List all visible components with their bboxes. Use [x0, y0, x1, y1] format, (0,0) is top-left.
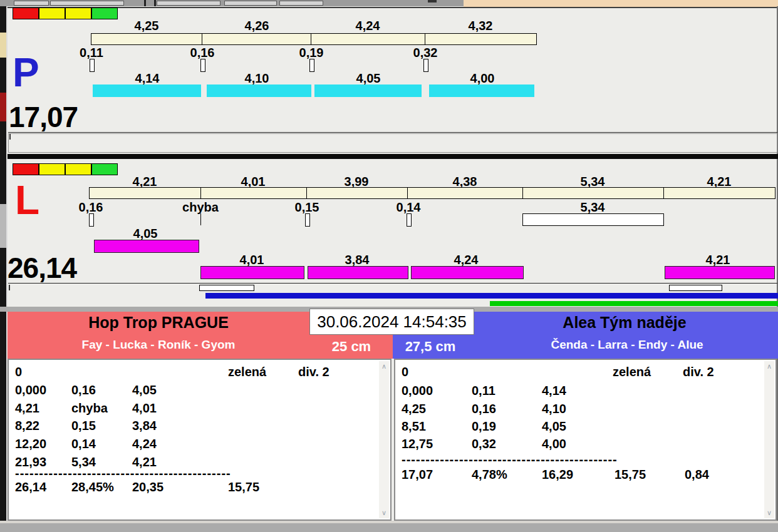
top-strip-segment — [279, 1, 323, 6]
team-left-members: Fay - Lucka - Roník - Gyom — [82, 338, 236, 352]
left-edge-fragment-red — [0, 93, 6, 121]
status-light-yellow2 — [65, 163, 91, 175]
reaction-tick-marker — [89, 213, 94, 227]
team-right-hurdle-height: 27,5 cm — [405, 339, 456, 355]
lane-p-letter: P — [13, 53, 39, 93]
team-right-name: Alea Tým naděje — [563, 314, 686, 332]
rerun-time-label: 5,34 — [581, 200, 605, 215]
table-cell: 0,000 — [402, 384, 433, 398]
left-edge-fragment-gray — [0, 204, 6, 248]
split-bar-segment — [425, 33, 537, 45]
left-table-scrollbar[interactable]: ∧ ∨ — [379, 361, 389, 518]
dog-time-bar — [411, 266, 524, 279]
results-table-right: 0 zelená div. 2 0,000 0,11 4,14 4,25 0,1… — [394, 359, 777, 521]
status-text: zelená — [228, 365, 266, 379]
total-reference: 15,75 — [228, 480, 259, 494]
table-cell: 12,20 — [15, 437, 46, 451]
top-strip-segment — [224, 1, 277, 6]
strip-tick — [9, 285, 10, 290]
dog-time-bar — [308, 266, 408, 279]
table-cell: 4,10 — [542, 402, 566, 416]
scroll-down-icon[interactable]: ∨ — [764, 509, 774, 517]
reaction-tick-marker — [305, 213, 310, 227]
reaction-time-label: 0,32 — [413, 46, 438, 60]
fault-label: chyba — [182, 200, 219, 215]
table-cell: 0,14 — [71, 437, 96, 451]
division-text: div. 2 — [683, 365, 714, 379]
lane-l-total-time: 26,14 — [8, 253, 76, 283]
split-time-label: 4,32 — [469, 19, 493, 33]
split-bar-segment — [306, 187, 408, 199]
table-cell: 0,32 — [472, 437, 496, 451]
fault-tick-line — [200, 213, 201, 225]
reaction-tick-marker — [423, 59, 428, 72]
top-right-strip — [464, 0, 778, 7]
table-cell: 4,14 — [542, 384, 566, 398]
reaction-tick-marker — [90, 59, 95, 72]
table-cell: 4,05 — [132, 383, 157, 397]
reaction-time-label: 0,11 — [80, 46, 103, 60]
left-edge-fragment-tan — [0, 33, 6, 58]
total-net-time: 20,35 — [132, 480, 163, 494]
dog-time-label: 4,21 — [706, 253, 730, 267]
total-difference: 0,84 — [685, 468, 709, 482]
progress-marker-bar — [669, 285, 722, 291]
scroll-down-icon[interactable]: ∨ — [379, 509, 389, 517]
reaction-tick-marker — [407, 213, 412, 227]
split-bar-segment — [407, 187, 523, 199]
status-light-green — [91, 8, 118, 19]
table-cell: 4,21 — [15, 401, 39, 416]
table-cell: 0,16 — [472, 402, 496, 416]
run-number: 0 — [402, 365, 408, 379]
status-light-red — [13, 8, 39, 19]
table-cell: chyba — [71, 401, 108, 416]
split-time-label: 4,24 — [356, 19, 380, 33]
split-bar-segment — [200, 187, 307, 199]
top-strip-tick — [144, 0, 146, 6]
team-right-members: Čenda - Larra - Endy - Alue — [551, 338, 703, 352]
table-cell: 0,000 — [15, 383, 46, 397]
lane-p-total-time: 17,07 — [9, 102, 78, 132]
lane-l-letter: L — [15, 180, 39, 220]
table-cell: 4,24 — [132, 437, 157, 451]
status-text: zelená — [613, 365, 651, 379]
status-light-yellow2 — [65, 8, 91, 19]
results-table-left: 0 zelená div. 2 0,000 0,16 4,05 4,21 chy… — [8, 359, 392, 521]
total-reference: 15,75 — [615, 468, 646, 482]
table-cell: 4,25 — [402, 402, 426, 416]
table-cell: 0,15 — [71, 419, 96, 433]
table-cell: 8,22 — [15, 419, 39, 433]
top-strip-notch — [428, 0, 437, 3]
progress-bar-blue — [205, 293, 778, 299]
division-text: div. 2 — [298, 365, 329, 379]
dog-time-label: 3,84 — [345, 253, 370, 267]
reaction-time-label: 0,16 — [190, 46, 215, 60]
dog-time-label: 4,01 — [240, 253, 264, 267]
table-separator: ----------------------------------------… — [15, 466, 231, 481]
dog-time-label: 4,05 — [133, 227, 158, 241]
team-left-hurdle-height: 25 cm — [332, 339, 371, 355]
progress-bar-green — [490, 301, 778, 306]
lane-p-progress-strip — [8, 133, 777, 153]
top-strip-segment — [14, 1, 49, 6]
rerun-time-bar — [522, 213, 664, 226]
table-cell: 0,11 — [472, 384, 495, 398]
scroll-up-icon[interactable]: ∧ — [764, 362, 774, 371]
dog-time-bar — [429, 84, 534, 97]
split-bar-segment — [91, 33, 202, 45]
right-table-scrollbar[interactable]: ∧ ∨ — [764, 361, 774, 518]
dog-time-bar — [665, 266, 775, 279]
reaction-tick-marker — [309, 59, 314, 72]
split-time-label: 4,26 — [245, 19, 269, 33]
status-lights — [13, 163, 119, 175]
scroll-up-icon[interactable]: ∧ — [379, 362, 389, 371]
dog-time-label: 4,24 — [454, 253, 479, 267]
run-number: 0 — [15, 365, 22, 379]
total-percent: 4,78% — [472, 468, 507, 482]
total-time: 26,14 — [15, 480, 46, 494]
status-lights — [13, 8, 119, 19]
top-strip-tick — [154, 0, 156, 6]
status-light-yellow1 — [39, 163, 65, 175]
split-bar-segment — [663, 187, 775, 199]
datetime-display: 30.06.2024 14:54:35 — [309, 309, 474, 335]
